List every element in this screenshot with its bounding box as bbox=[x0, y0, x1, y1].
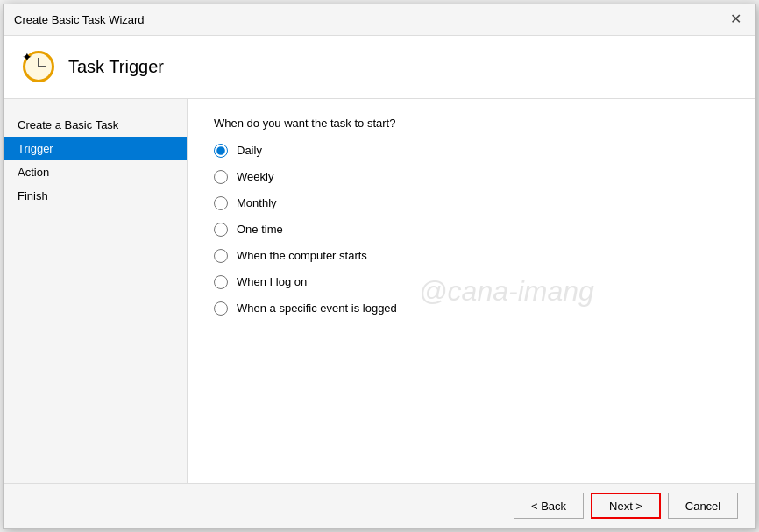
radio-weekly[interactable] bbox=[214, 170, 228, 184]
title-bar: Create Basic Task Wizard ✕ bbox=[4, 4, 755, 36]
radio-monthly[interactable] bbox=[214, 196, 228, 210]
radio-weekly-label: Weekly bbox=[237, 170, 273, 183]
radio-item-computer-starts[interactable]: When the computer starts bbox=[214, 249, 729, 263]
header-title: Task Trigger bbox=[68, 57, 164, 77]
radio-item-weekly[interactable]: Weekly bbox=[214, 170, 729, 184]
spark-decoration: ✦ bbox=[22, 50, 32, 64]
dialog-title: Create Basic Task Wizard bbox=[14, 13, 145, 26]
header-icon: ✦ bbox=[21, 49, 56, 84]
sidebar: Create a Basic Task Trigger Action Finis… bbox=[4, 99, 188, 483]
radio-event-logged[interactable] bbox=[214, 301, 228, 316]
close-button[interactable]: ✕ bbox=[727, 12, 745, 26]
radio-group: Daily Weekly Monthly One time When the c… bbox=[214, 144, 729, 316]
clock-icon: ✦ bbox=[23, 51, 54, 82]
sidebar-item-finish[interactable]: Finish bbox=[4, 184, 187, 208]
content-area: Create a Basic Task Trigger Action Finis… bbox=[4, 99, 755, 483]
radio-one-time[interactable] bbox=[214, 223, 228, 237]
sidebar-item-trigger[interactable]: Trigger bbox=[4, 137, 187, 160]
back-button[interactable]: < Back bbox=[514, 493, 584, 519]
radio-computer-starts[interactable] bbox=[214, 249, 228, 263]
radio-item-log-on[interactable]: When I log on bbox=[214, 275, 729, 289]
radio-daily[interactable] bbox=[214, 144, 228, 158]
radio-daily-label: Daily bbox=[237, 144, 262, 157]
sidebar-item-action[interactable]: Action bbox=[4, 160, 187, 184]
radio-log-on-label: When I log on bbox=[237, 275, 307, 288]
radio-monthly-label: Monthly bbox=[237, 196, 277, 209]
header-section: ✦ Task Trigger bbox=[4, 36, 755, 99]
radio-item-event-logged[interactable]: When a specific event is logged bbox=[214, 301, 729, 316]
main-content: @cana-imang When do you want the task to… bbox=[188, 99, 755, 483]
dialog: Create Basic Task Wizard ✕ ✦ Task Trigge… bbox=[3, 4, 756, 529]
radio-event-logged-label: When a specific event is logged bbox=[237, 301, 397, 315]
radio-item-daily[interactable]: Daily bbox=[214, 144, 729, 158]
cancel-button[interactable]: Cancel bbox=[668, 493, 738, 519]
sidebar-item-create-basic-task[interactable]: Create a Basic Task bbox=[4, 113, 187, 137]
radio-computer-starts-label: When the computer starts bbox=[237, 249, 367, 262]
next-button[interactable]: Next > bbox=[591, 493, 661, 519]
radio-item-one-time[interactable]: One time bbox=[214, 223, 729, 237]
radio-item-monthly[interactable]: Monthly bbox=[214, 196, 729, 210]
footer: < Back Next > Cancel bbox=[4, 483, 755, 528]
radio-one-time-label: One time bbox=[237, 223, 283, 236]
radio-log-on[interactable] bbox=[214, 275, 228, 289]
section-question: When do you want the task to start? bbox=[214, 117, 729, 130]
